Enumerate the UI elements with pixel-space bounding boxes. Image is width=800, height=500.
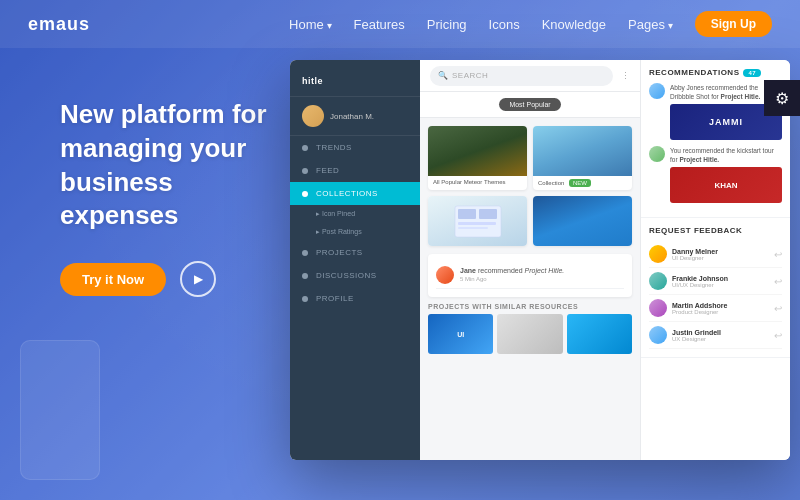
- activity-content: Jane recommended Project Hitle. 5 Min Ag…: [460, 266, 564, 282]
- sidebar-header: hitle: [290, 60, 420, 97]
- svg-rect-3: [458, 222, 496, 225]
- svg-rect-2: [479, 209, 497, 219]
- app-main: 🔍 SEARCH ⋮ Most Popular All Popular Mete…: [420, 60, 640, 460]
- nav-dot-icon: [302, 168, 308, 174]
- similar-card-img-3: [567, 314, 632, 354]
- sidebar-item-label: DISCUSSIONS: [316, 271, 377, 280]
- gear-settings-button[interactable]: ⚙: [764, 80, 800, 116]
- search-label: SEARCH: [452, 71, 488, 80]
- fb-name-2: Frankie Johnson: [672, 275, 769, 282]
- sidebar-item-label: PROJECTS: [316, 248, 363, 257]
- nav-links: Home Features Pricing Icons Knowledge Pa…: [289, 11, 772, 37]
- sidebar-item-trends[interactable]: TRENDS: [290, 136, 420, 159]
- reco-avatar-1: [649, 83, 665, 99]
- sidebar-sub-item-ratings[interactable]: ▸ Post Ratings: [290, 223, 420, 241]
- content-card-ui1[interactable]: [428, 196, 527, 246]
- user-name: Jonathan M.: [330, 112, 374, 121]
- nav-dot-icon: [302, 145, 308, 151]
- sidebar-item-label: TRENDS: [316, 143, 352, 152]
- card-image-ui2: [533, 196, 632, 246]
- fb-action-icon-1[interactable]: ↩: [774, 249, 782, 260]
- activity-item: Jane recommended Project Hitle. 5 Min Ag…: [436, 262, 624, 289]
- app-sidebar: hitle Jonathan M. TRENDS FEED COLLECTION…: [290, 60, 420, 460]
- fb-action-icon-3[interactable]: ↩: [774, 303, 782, 314]
- recommendations-count: 47: [743, 69, 761, 77]
- nav-dot-icon: [302, 250, 308, 256]
- fb-avatar-3: [649, 299, 667, 317]
- similar-card-img-2: [497, 314, 562, 354]
- sidebar-sub-item-pinned[interactable]: ▸ Icon Pined: [290, 205, 420, 223]
- play-icon: ▶: [194, 272, 203, 286]
- feedback-item-4[interactable]: Justin Grindell UX Designer ↩: [649, 322, 782, 349]
- fb-action-icon-2[interactable]: ↩: [774, 276, 782, 287]
- content-card-forest[interactable]: All Popular Meteor Themes: [428, 126, 527, 190]
- similar-card-2[interactable]: [497, 314, 562, 354]
- similar-card-3[interactable]: [567, 314, 632, 354]
- hero-actions: Try it Now ▶: [60, 261, 280, 297]
- nav-link-features[interactable]: Features: [354, 17, 405, 32]
- reco-img-label-2: KHAN: [714, 181, 737, 190]
- active-filter[interactable]: Most Popular: [499, 98, 560, 111]
- similar-card-img-1: UI: [428, 314, 493, 354]
- fb-info-4: Justin Grindell UX Designer: [672, 329, 769, 342]
- nav-dot-icon: [302, 296, 308, 302]
- nav-link-knowledge[interactable]: Knowledge: [542, 17, 606, 32]
- play-button[interactable]: ▶: [180, 261, 216, 297]
- app-content-scroll[interactable]: All Popular Meteor Themes Collection NEW: [420, 118, 640, 460]
- card-label: Collection NEW: [533, 176, 632, 190]
- search-bar[interactable]: 🔍 SEARCH: [430, 66, 613, 86]
- hero-title: New platform for managing your business …: [60, 98, 280, 233]
- card-image-ui1: [428, 196, 527, 246]
- activity-feed: Jane recommended Project Hitle. 5 Min Ag…: [428, 254, 632, 297]
- reco-text-2: You recommended the kickstart tour for P…: [670, 146, 782, 164]
- nav-link-home[interactable]: Home: [289, 17, 331, 32]
- content-card-ui2[interactable]: [533, 196, 632, 246]
- sidebar-user: Jonathan M.: [290, 97, 420, 136]
- svg-rect-4: [458, 227, 488, 229]
- filter-bar: Most Popular: [420, 92, 640, 118]
- fb-role-2: UI/UX Designer: [672, 282, 769, 288]
- fb-info-2: Frankie Johnson UI/UX Designer: [672, 275, 769, 288]
- nav-link-icons[interactable]: Icons: [489, 17, 520, 32]
- sidebar-item-label: PROFILE: [316, 294, 354, 303]
- sidebar-item-feed[interactable]: FEED: [290, 159, 420, 182]
- similar-card-1[interactable]: UI: [428, 314, 493, 354]
- feedback-item-3[interactable]: Martin Addshore Product Designer ↩: [649, 295, 782, 322]
- nav-logo: emaus: [28, 14, 90, 35]
- similar-card-label-1: UI: [457, 331, 464, 338]
- sidebar-item-profile[interactable]: PROFILE: [290, 287, 420, 310]
- ui-mockup-svg: [453, 204, 503, 239]
- feedback-item-1[interactable]: Danny Melner UI Designer ↩: [649, 241, 782, 268]
- sidebar-item-collections[interactable]: COLLECTIONS: [290, 182, 420, 205]
- fb-role-4: UX Designer: [672, 336, 769, 342]
- fb-avatar-1: [649, 245, 667, 263]
- nav-link-pages[interactable]: Pages: [628, 17, 673, 32]
- hero-content: New platform for managing your business …: [0, 48, 280, 297]
- content-card-sky[interactable]: Collection NEW: [533, 126, 632, 190]
- reco-img-label-1: JAMMI: [709, 117, 743, 127]
- fb-avatar-2: [649, 272, 667, 290]
- sidebar-item-label: FEED: [316, 166, 339, 175]
- try-now-button[interactable]: Try it Now: [60, 263, 166, 296]
- fb-name-3: Martin Addshore: [672, 302, 769, 309]
- fb-avatar-4: [649, 326, 667, 344]
- similar-section-title: Projects with Similar Resources: [428, 303, 632, 310]
- nav-link-pricing[interactable]: Pricing: [427, 17, 467, 32]
- signup-button[interactable]: Sign Up: [695, 11, 772, 37]
- sidebar-item-discussions[interactable]: DISCUSSIONS: [290, 264, 420, 287]
- hero-section: emaus Home Features Pricing Icons Knowle…: [0, 0, 800, 500]
- reco-item-1: Abby Jones recommended the Dribbble Shot…: [649, 83, 782, 140]
- fb-action-icon-4[interactable]: ↩: [774, 330, 782, 341]
- card-image-forest: [428, 126, 527, 176]
- reco-item-2: You recommended the kickstart tour for P…: [649, 146, 782, 203]
- reco-image-2: KHAN: [670, 167, 782, 203]
- sidebar-brand: hitle: [302, 76, 323, 86]
- sidebar-item-projects[interactable]: PROJECTS: [290, 241, 420, 264]
- bg-phone-decoration: [20, 340, 100, 480]
- feedback-title: REQUEST FEEDBACK: [649, 226, 782, 235]
- feedback-item-2[interactable]: Frankie Johnson UI/UX Designer ↩: [649, 268, 782, 295]
- new-badge: NEW: [569, 179, 591, 187]
- nav-dot-icon: [302, 273, 308, 279]
- navbar: emaus Home Features Pricing Icons Knowle…: [0, 0, 800, 48]
- topbar-actions: ⋮: [621, 71, 630, 81]
